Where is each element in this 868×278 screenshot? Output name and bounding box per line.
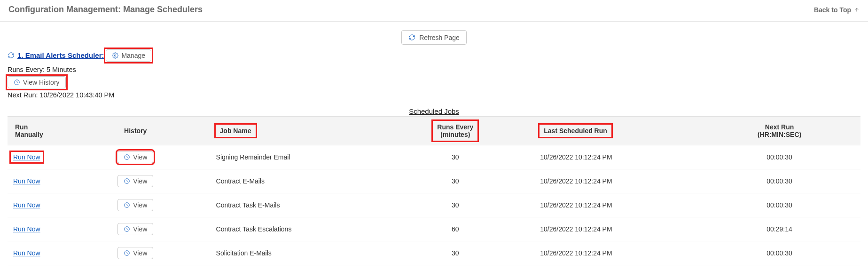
refresh-page-button[interactable]: Refresh Page [401,30,467,45]
back-to-top-link[interactable]: Back to Top [814,6,860,14]
col-job-name: Job Name [212,117,375,145]
col-run-manually-label: Run Manually [11,121,55,140]
page-title: Configuration Management: Manage Schedul… [8,5,203,15]
table-body: Run NowViewSigning Remainder Email3010/2… [8,145,860,265]
cell-runs-every: 30 [374,169,536,193]
cell-runs-every: 30 [374,193,536,217]
refresh-icon [8,52,15,59]
col-next-run: Next Run (HR:MIN:SEC) [698,117,860,145]
clock-icon [124,250,130,256]
runs-every-text: Runs Every: 5 Minutes [8,66,860,73]
svg-point-0 [115,55,117,56]
view-history-button[interactable]: View History [8,76,66,88]
view-label: View [133,250,147,256]
table-row: Run NowViewSolicitation E-Mails3010/26/2… [8,241,860,265]
view-label: View [133,226,147,232]
top-actions: Refresh Page [0,22,868,49]
cell-history: View [59,169,212,193]
refresh-page-label: Refresh Page [419,34,460,41]
cell-history: View [59,193,212,217]
col-runs-every-label-wrap: Runs Every (minutes) [433,121,477,140]
col-runs-every-sublabel: (minutes) [440,131,470,138]
next-run-text: Next Run: 10/26/2022 10:43:40 PM [8,91,860,99]
manage-button[interactable]: Manage [106,49,151,62]
table-row: Run NowViewContract E-Mails3010/26/2022 … [8,169,860,193]
run-now-link[interactable]: Run Now [11,152,42,162]
cell-last-run: 10/26/2022 10:12:24 PM [536,169,698,193]
cell-last-run: 10/26/2022 10:12:24 PM [536,145,698,169]
content-region: 1. Email Alerts Scheduler: Manage Runs E… [0,49,868,270]
view-button[interactable]: View [117,223,153,235]
cell-runs-every: 30 [374,145,536,169]
cell-run-manually: Run Now [8,169,59,193]
run-now-link[interactable]: Run Now [11,224,42,234]
view-history-label: View History [23,79,60,86]
cell-job-name: Signing Remainder Email [212,145,375,169]
view-label: View [133,178,147,184]
col-runs-every-label: Runs Every [437,123,473,131]
cell-run-manually: Run Now [8,217,59,241]
gear-icon [112,52,118,59]
clock-icon [124,202,130,208]
run-now-link[interactable]: Run Now [11,176,42,186]
clock-icon [14,79,20,86]
col-history: History [59,117,212,145]
table-row: Run NowViewContract Task Escalations6010… [8,217,860,241]
col-last-run: Last Scheduled Run [536,117,698,145]
cell-next-run: 00:00:30 [698,169,860,193]
scheduled-jobs-table: Run Manually History Job Name Runs Every… [8,116,860,265]
col-history-label: History [120,125,150,136]
cell-next-run: 00:00:30 [698,241,860,265]
cell-job-name: Contract Task Escalations [212,217,375,241]
cell-history: View [59,241,212,265]
view-button[interactable]: View [117,247,153,259]
arrow-up-icon [854,7,860,13]
cell-runs-every: 60 [374,217,536,241]
view-history-highlight: View History [8,76,66,88]
table-row: Run NowViewContract Task E-Mails3010/26/… [8,193,860,217]
col-run-manually: Run Manually [8,117,59,145]
cell-run-manually: Run Now [8,145,59,169]
cell-history: View [59,217,212,241]
scheduler-title-link[interactable]: 1. Email Alerts Scheduler: [8,51,104,59]
view-label: View [133,202,147,208]
view-button[interactable]: View [117,151,153,163]
view-button[interactable]: View [117,175,153,187]
cell-run-manually: Run Now [8,193,59,217]
col-next-run-sublabel: (HR:MIN:SEC) [758,131,801,138]
clock-icon [124,154,130,160]
cell-history: View [59,145,212,169]
cell-job-name: Solicitation E-Mails [212,241,375,265]
table-row: Run NowViewSigning Remainder Email3010/2… [8,145,860,169]
col-next-run-label-wrap: Next Run (HR:MIN:SEC) [754,121,805,140]
back-to-top-label: Back to Top [814,6,851,14]
cell-next-run: 00:00:30 [698,193,860,217]
col-job-name-label: Job Name [216,125,255,136]
page-header: Configuration Management: Manage Schedul… [0,0,868,22]
manage-highlight: Manage [106,49,151,62]
cell-runs-every: 30 [374,241,536,265]
run-now-link[interactable]: Run Now [11,248,42,258]
cell-last-run: 10/26/2022 10:12:24 PM [536,217,698,241]
cell-job-name: Contract Task E-Mails [212,193,375,217]
col-last-run-label: Last Scheduled Run [540,125,611,136]
col-runs-every: Runs Every (minutes) [374,117,536,145]
cell-next-run: 00:29:14 [698,217,860,241]
cell-next-run: 00:00:30 [698,145,860,169]
col-next-run-label: Next Run [765,123,794,131]
table-caption: Scheduled Jobs [8,107,860,115]
clock-icon [124,178,130,184]
cell-last-run: 10/26/2022 10:12:24 PM [536,241,698,265]
refresh-icon [408,34,415,41]
table-header: Run Manually History Job Name Runs Every… [8,117,860,145]
cell-run-manually: Run Now [8,241,59,265]
view-button[interactable]: View [117,199,153,211]
run-now-link[interactable]: Run Now [11,200,42,210]
cell-job-name: Contract E-Mails [212,169,375,193]
cell-last-run: 10/26/2022 10:12:24 PM [536,193,698,217]
manage-label: Manage [121,52,145,59]
view-label: View [133,154,147,160]
scheduler-title-text: 1. Email Alerts Scheduler: [17,51,104,59]
clock-icon [124,226,130,232]
